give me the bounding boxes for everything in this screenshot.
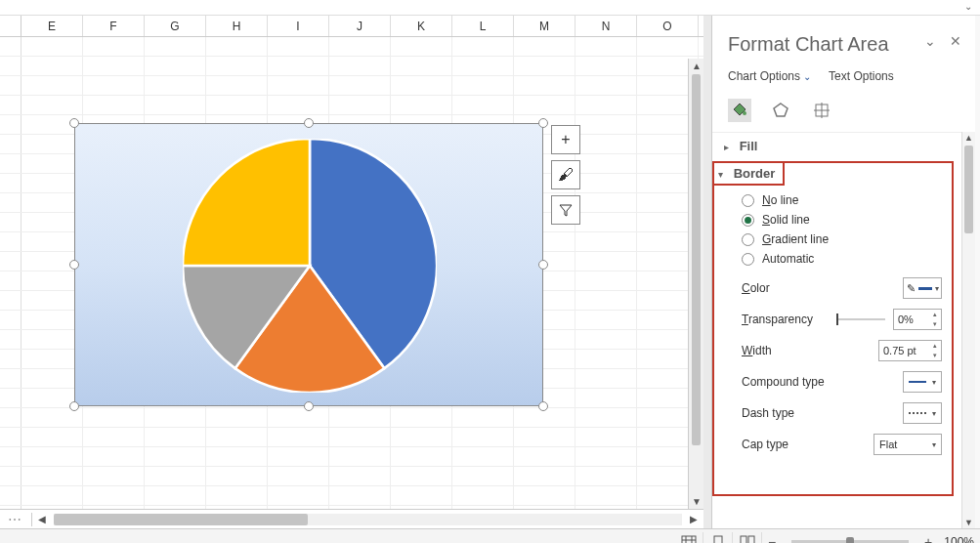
section-border[interactable]: ▾ Border xyxy=(712,161,785,186)
scroll-up-icon[interactable]: ▲ xyxy=(692,61,702,71)
pagebreak-icon xyxy=(740,535,755,544)
cell-grid[interactable]: + 🖌 ▲ ▼ xyxy=(0,37,703,509)
transparency-input[interactable]: 0%▴▾ xyxy=(893,309,942,330)
scroll-down-icon[interactable]: ▼ xyxy=(964,518,973,527)
svg-rect-3 xyxy=(741,536,746,544)
dash-type-dropdown[interactable]: ▾ xyxy=(903,402,942,424)
scroll-left-icon[interactable]: ◀ xyxy=(32,514,52,524)
column-header[interactable]: O xyxy=(637,16,699,36)
normal-view-button[interactable] xyxy=(676,532,703,544)
collapse-icon[interactable]: ⌄ xyxy=(924,33,936,49)
grid-icon xyxy=(681,535,697,544)
plus-icon: + xyxy=(561,131,570,148)
label-transparency: Transparency xyxy=(742,313,836,326)
paint-bucket-icon xyxy=(730,101,749,120)
size-properties-tab[interactable] xyxy=(810,99,833,122)
radio-solid-line[interactable]: Solid line xyxy=(742,213,942,227)
scroll-thumb[interactable] xyxy=(54,514,308,525)
pane-scrollbar[interactable]: ▲ ▼ xyxy=(961,132,975,528)
page-icon xyxy=(710,535,726,544)
scroll-thumb[interactable] xyxy=(692,74,701,445)
pentagon-icon xyxy=(771,101,790,120)
column-header[interactable]: L xyxy=(452,16,514,36)
column-header[interactable]: G xyxy=(145,16,206,36)
formula-bar-expand-icon[interactable]: ⌄ xyxy=(964,1,972,12)
tab-chart-options[interactable]: Chart Options⌄ xyxy=(728,69,811,83)
cap-type-dropdown[interactable]: Flat▾ xyxy=(873,434,942,455)
chart-object[interactable] xyxy=(74,123,543,406)
chevron-down-icon: ▾ xyxy=(718,169,730,180)
scroll-up-icon[interactable]: ▲ xyxy=(964,133,973,143)
column-header[interactable]: J xyxy=(329,16,391,36)
svg-rect-2 xyxy=(714,536,722,544)
resize-handle[interactable] xyxy=(538,118,548,128)
color-picker[interactable]: ✎▾ xyxy=(903,277,942,299)
section-fill[interactable]: ▸ Fill xyxy=(712,133,961,159)
zoom-out-button[interactable]: − xyxy=(764,534,780,544)
zoom-level[interactable]: 100% xyxy=(944,535,974,544)
chart-styles-button[interactable]: 🖌 xyxy=(551,160,580,189)
chevron-down-icon: ⌄ xyxy=(803,71,811,82)
resize-handle[interactable] xyxy=(69,260,79,270)
label-width: Width xyxy=(742,344,878,357)
resize-handle[interactable] xyxy=(538,260,548,270)
resize-handle[interactable] xyxy=(69,401,79,411)
column-header[interactable]: H xyxy=(206,16,268,36)
chevron-down-icon: ▾ xyxy=(935,284,939,293)
label-compound: Compound type xyxy=(742,375,903,389)
status-bar: − + 100% xyxy=(0,528,980,543)
column-headers: E F G H I J K L M N O xyxy=(0,16,703,37)
tab-text-options[interactable]: Text Options xyxy=(829,69,894,83)
column-header[interactable]: M xyxy=(514,16,575,36)
width-input[interactable]: 0.75 pt▴▾ xyxy=(878,340,942,361)
sheet-picker-icon[interactable]: ⋯ xyxy=(0,512,31,527)
zoom-slider[interactable] xyxy=(791,540,909,544)
scroll-track[interactable] xyxy=(54,514,682,525)
label-dash: Dash type xyxy=(742,406,903,420)
radio-automatic[interactable]: Automatic xyxy=(742,252,942,266)
funnel-icon xyxy=(558,202,574,218)
compound-type-dropdown[interactable]: ▾ xyxy=(903,371,942,393)
select-all-corner[interactable] xyxy=(0,16,21,36)
column-header[interactable]: F xyxy=(83,16,145,36)
radio-no-line[interactable]: No line xyxy=(742,193,942,207)
chart-filter-button[interactable] xyxy=(551,195,580,225)
format-pane: Format Chart Area ⌄ ✕ Chart Options⌄ Tex… xyxy=(711,16,975,528)
page-layout-view-button[interactable] xyxy=(705,532,733,544)
pen-icon: ✎ xyxy=(907,282,916,295)
transparency-slider[interactable] xyxy=(836,318,885,320)
radio-gradient-line[interactable]: Gradient line xyxy=(742,232,942,246)
formula-bar-collapsed: ⌄ xyxy=(0,0,980,16)
spreadsheet: E F G H I J K L M N O xyxy=(0,16,703,528)
page-break-view-button[interactable] xyxy=(735,532,762,544)
close-icon[interactable]: ✕ xyxy=(950,33,961,49)
chevron-right-icon: ▸ xyxy=(724,142,736,152)
zoom-in-button[interactable]: + xyxy=(920,534,936,544)
size-icon xyxy=(812,101,831,120)
resize-handle[interactable] xyxy=(304,401,314,411)
column-header[interactable]: K xyxy=(391,16,452,36)
label-color: Color xyxy=(742,281,903,295)
resize-handle[interactable] xyxy=(304,118,314,128)
column-header[interactable]: E xyxy=(21,16,83,36)
pie-chart[interactable] xyxy=(183,139,437,393)
horizontal-scrollbar: ⋯ ◀ ▶ xyxy=(0,509,703,528)
label-cap: Cap type xyxy=(742,438,873,451)
fill-line-tab[interactable] xyxy=(728,99,751,122)
scroll-thumb[interactable] xyxy=(964,146,973,233)
chart-elements-button[interactable]: + xyxy=(551,125,580,154)
column-header[interactable]: I xyxy=(268,16,329,36)
scroll-down-icon[interactable]: ▼ xyxy=(692,496,702,507)
scroll-right-icon[interactable]: ▶ xyxy=(684,514,703,524)
effects-tab[interactable] xyxy=(769,99,792,122)
svg-rect-4 xyxy=(748,536,754,544)
vertical-scrollbar[interactable]: ▲ ▼ xyxy=(688,59,703,509)
resize-handle[interactable] xyxy=(538,401,548,411)
column-header[interactable]: N xyxy=(575,16,637,36)
resize-handle[interactable] xyxy=(69,118,79,128)
brush-icon: 🖌 xyxy=(558,166,574,184)
